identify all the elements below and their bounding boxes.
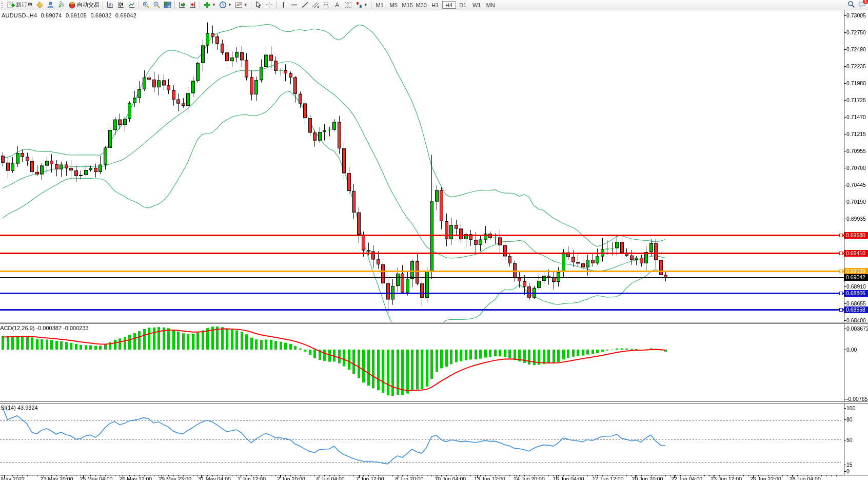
equidistant-channel-icon: E: [312, 1, 320, 9]
fibonacci-button[interactable]: F: [321, 1, 332, 9]
rsi-label: RSI(14) 43.9324: [0, 405, 38, 411]
price-tick-label: 0.70700: [846, 165, 866, 171]
indicator-axis-label: 100: [846, 405, 856, 411]
time-axis-label: 22 Jun 04:00: [671, 476, 702, 480]
trendline-button[interactable]: [300, 1, 310, 9]
auto-scroll-icon: [178, 1, 186, 9]
bar-chart-button[interactable]: [105, 1, 115, 9]
price-level-badge: 0.68558: [844, 306, 868, 313]
line-anchor-marker[interactable]: [839, 308, 843, 312]
timeframe-m15-button[interactable]: M15: [401, 1, 415, 9]
time-axis-label: 17 Jun 12:00: [593, 476, 624, 480]
crosshair-button[interactable]: [264, 1, 274, 9]
templates-icon: [235, 1, 243, 9]
level-line-0.69680[interactable]: [0, 235, 844, 236]
macd-pane-canvas[interactable]: [0, 324, 844, 402]
indicators-button[interactable]: ▼: [202, 1, 218, 9]
time-axis-label: 1 Jun 12:00: [238, 476, 266, 480]
line-chart-icon: [128, 1, 135, 9]
timeframe-m30-button[interactable]: M30: [415, 1, 428, 9]
timeframe-h4-button[interactable]: H4: [442, 1, 456, 9]
open-value: 0.69074: [41, 12, 62, 18]
search-icon[interactable]: [847, 1, 855, 10]
text-button[interactable]: A: [332, 1, 343, 9]
candlestick-button[interactable]: [115, 1, 126, 9]
dropdown-caret-icon: ▼: [364, 3, 368, 8]
fibonacci-icon: F: [323, 1, 330, 9]
clock-icon: [219, 1, 227, 9]
price-tick-label: 0.71215: [846, 131, 866, 137]
time-axis-label: 20 Jun 20:00: [632, 476, 663, 480]
auto-scroll-button[interactable]: [176, 1, 187, 9]
timeframe-m5-button[interactable]: M5: [387, 1, 401, 9]
rsi-pane-canvas[interactable]: [0, 404, 844, 475]
zoom-out-button[interactable]: [151, 1, 162, 9]
level-line-0.69410[interactable]: [0, 253, 844, 254]
price-tick-label: 0.72235: [846, 63, 866, 69]
text-label-button[interactable]: T: [343, 1, 353, 9]
indicator-axis-label: 0.00: [846, 347, 857, 353]
data-window-button[interactable]: [45, 1, 56, 9]
macd-label: MACD(12,26,9) -0.000387 -0.000233: [0, 325, 89, 331]
toolbar-separator: [276, 1, 277, 9]
timeframe-d1-button[interactable]: D1: [456, 1, 470, 9]
new-order-label: 新订单: [16, 1, 33, 9]
toolbar-separator: [251, 1, 251, 9]
line-anchor-marker[interactable]: [839, 292, 843, 295]
tile-windows-button[interactable]: [162, 1, 173, 9]
equidistant-channel-button[interactable]: E: [310, 1, 321, 9]
price-level-badge: 0.69410: [844, 250, 868, 257]
horizontal-line-button[interactable]: [289, 1, 300, 9]
chart-window: AUDUSD-,H4 0.69074 0.69105 0.69032 0.690…: [0, 0, 868, 480]
arrows-button[interactable]: ▼: [353, 1, 369, 9]
zoom-out-icon: [153, 1, 161, 9]
line-anchor-marker[interactable]: [839, 252, 843, 255]
price-tick-label: 0.70445: [846, 182, 866, 188]
level-line-0.68558[interactable]: [0, 309, 844, 311]
signal-button[interactable]: [56, 1, 67, 9]
vertical-line-icon: [280, 1, 287, 9]
pane-separator[interactable]: [0, 401, 868, 404]
toolbar-grip[interactable]: [2, 2, 5, 8]
level-line-0.68806[interactable]: [0, 293, 844, 294]
templates-button[interactable]: ▼: [233, 1, 249, 9]
main-chart-canvas[interactable]: [0, 10, 844, 322]
svg-text:T: T: [346, 3, 349, 8]
auto-trading-button[interactable]: 自动交易: [67, 1, 101, 9]
time-axis-label: 26 Jun 22:00: [750, 476, 781, 480]
bar-chart-icon: [106, 1, 114, 9]
ohlc-readout: AUDUSD-,H4 0.69074 0.69105 0.69032 0.690…: [2, 12, 139, 18]
timeframe-mn-button[interactable]: MN: [484, 1, 498, 9]
indicators-icon: [203, 1, 211, 9]
pane-separator[interactable]: [0, 322, 868, 324]
cursor-button[interactable]: [253, 1, 264, 9]
dropdown-caret-icon: ▼: [228, 3, 232, 8]
level-line-0.69139[interactable]: [0, 271, 844, 272]
vertical-line-button[interactable]: [278, 1, 289, 9]
chart-shift-button[interactable]: [187, 1, 198, 9]
periods-button[interactable]: ▼: [218, 1, 233, 9]
price-axis[interactable]: [844, 10, 844, 475]
new-order-button[interactable]: 新订单: [6, 1, 34, 9]
price-tick-label: 0.70955: [846, 148, 866, 154]
dropdown-caret-icon: ▼: [212, 3, 216, 8]
price-tick-label: 0.72750: [846, 29, 866, 35]
indicator-axis-label: 0: [846, 468, 850, 474]
price-tick-label: 0.73005: [846, 12, 866, 18]
timeframe-m1-button[interactable]: M1: [373, 1, 387, 9]
market-watch-button[interactable]: [34, 1, 45, 9]
notifications-icon[interactable]: 1: [858, 1, 866, 10]
candlestick-icon: [117, 1, 125, 9]
line-anchor-marker[interactable]: [839, 270, 843, 273]
time-axis-label: 2 Jun 20:00: [277, 476, 305, 480]
time-axis-label: 14 Jun 20:00: [514, 476, 545, 480]
line-chart-button[interactable]: [126, 1, 137, 9]
level-line-0.69042[interactable]: [0, 277, 844, 278]
zoom-in-button[interactable]: [141, 1, 151, 9]
timeframe-w1-button[interactable]: W1: [470, 1, 484, 9]
timeframe-h1-button[interactable]: H1: [428, 1, 442, 9]
price-tick-label: 0.70190: [846, 199, 866, 205]
signal-icon: [57, 1, 65, 9]
time-axis-label: 13 Jun 12:00: [474, 476, 505, 480]
line-anchor-marker[interactable]: [839, 234, 843, 237]
